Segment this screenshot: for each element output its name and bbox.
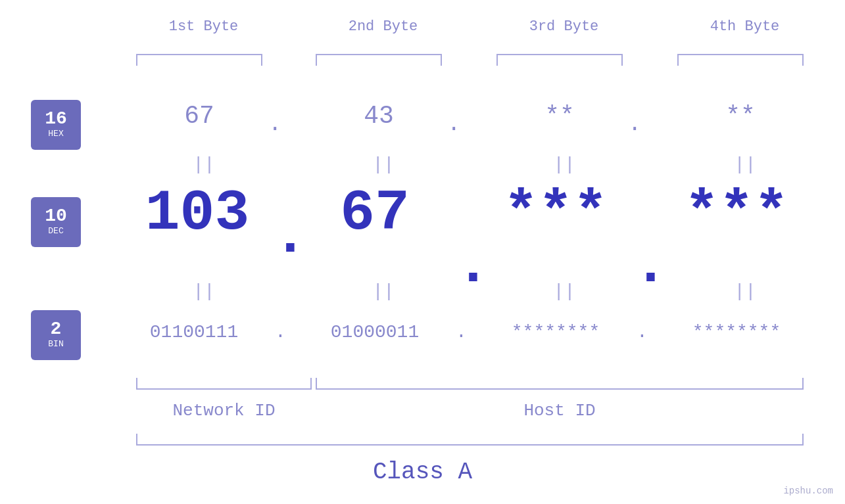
bracket-top-col3	[496, 54, 623, 66]
dot-bin-2: .	[456, 322, 467, 342]
eq-hex-dec-col3: ||	[538, 154, 591, 175]
badge-bin: 2 BIN	[31, 310, 81, 360]
hex-val-col2: 43	[316, 102, 442, 130]
dot-hex-2: .	[447, 112, 460, 137]
hex-val-col4: **	[677, 102, 804, 130]
bracket-top-col2	[316, 54, 442, 66]
dec-val-col2: 67	[299, 181, 450, 246]
dec-val-col4: ***	[661, 181, 812, 246]
watermark: ipshu.com	[783, 486, 833, 496]
badge-dec-lbl: DEC	[48, 225, 63, 237]
col1-header: 1st Byte	[136, 18, 271, 35]
bracket-top-col1	[136, 54, 262, 66]
host-id-label: Host ID	[316, 401, 804, 421]
eq-hex-dec-col4: ||	[719, 154, 771, 175]
eq-dec-bin-col1: ||	[178, 281, 230, 302]
bracket-bot-network	[136, 378, 312, 390]
badge-bin-lbl: BIN	[48, 338, 63, 350]
badge-hex-lbl: HEX	[48, 128, 63, 140]
eq-hex-dec-col2: ||	[357, 154, 410, 175]
col4-header: 4th Byte	[677, 18, 812, 35]
bracket-top-col4	[677, 54, 804, 66]
main-container: 16 HEX 10 DEC 2 BIN 1st Byte 2nd Byte 3r…	[0, 0, 845, 504]
badge-dec-num: 10	[45, 207, 67, 225]
badge-bin-num: 2	[51, 320, 62, 338]
col2-header: 2nd Byte	[316, 18, 450, 35]
eq-dec-bin-col3: ||	[538, 281, 591, 302]
dec-val-col1: 103	[115, 181, 279, 246]
eq-hex-dec-col1: ||	[178, 154, 230, 175]
dot-dec-2: .	[456, 233, 491, 298]
dot-hex-3: .	[628, 112, 641, 137]
dot-bin-1: .	[275, 322, 286, 342]
dec-val-col3: ***	[480, 181, 631, 246]
hex-val-col3: **	[496, 102, 623, 130]
network-id-label: Network ID	[136, 401, 312, 421]
bin-val-col4: ********	[658, 322, 815, 342]
bin-val-col3: ********	[477, 322, 635, 342]
badge-dec: 10 DEC	[31, 197, 81, 247]
dot-dec-1: .	[273, 204, 308, 269]
eq-dec-bin-col4: ||	[719, 281, 771, 302]
col3-header: 3rd Byte	[496, 18, 631, 35]
class-label: Class A	[0, 459, 845, 486]
badge-hex-num: 16	[45, 110, 67, 128]
hex-val-col1: 67	[136, 102, 262, 130]
bracket-wide	[136, 434, 804, 446]
bin-val-col2: 01000011	[296, 322, 454, 342]
dot-dec-3: .	[633, 233, 668, 298]
eq-dec-bin-col2: ||	[357, 281, 410, 302]
bin-val-col1: 01100111	[115, 322, 273, 342]
dot-hex-1: .	[268, 112, 281, 137]
badge-hex: 16 HEX	[31, 100, 81, 150]
dot-bin-3: .	[637, 322, 648, 342]
bracket-bot-host	[316, 378, 804, 390]
